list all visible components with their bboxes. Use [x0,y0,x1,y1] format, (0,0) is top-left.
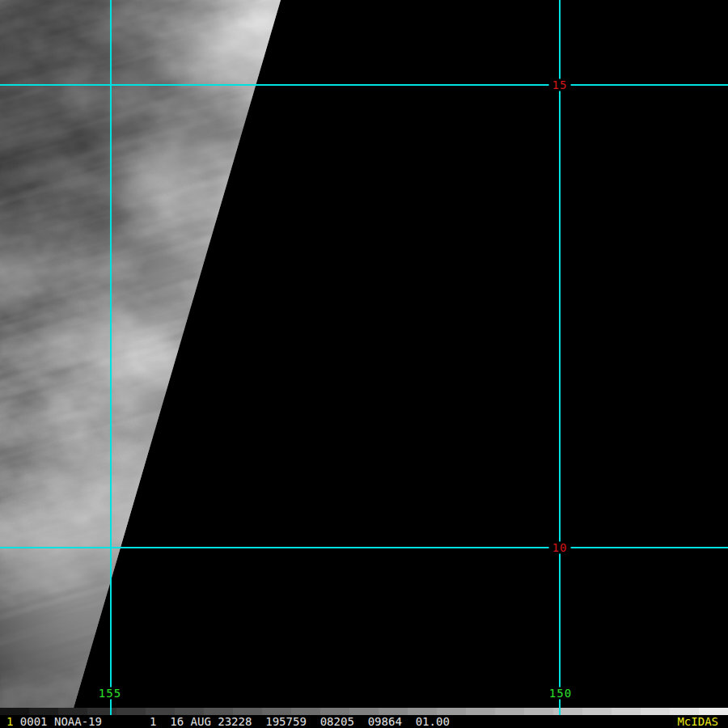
frame-number: 1 [6,715,13,728]
grayscale-colorbar [0,708,728,715]
mcidas-display-window: 15 10 155 150 1 0001 NOAA-19 1 16 AUG 23… [0,0,728,728]
longitude-gridline-150 [559,0,561,715]
status-bar: 1 0001 NOAA-19 1 16 AUG 23228 195759 082… [0,715,728,728]
latitude-label-10: 10 [549,542,571,554]
satellite-image-canvas[interactable] [0,0,728,708]
longitude-label-155: 155 [95,688,125,700]
satellite-cloud-imagery [0,0,728,708]
image-info-text: 0001 NOAA-19 1 16 AUG 23228 195759 08205… [20,715,450,728]
longitude-gridline-155 [110,0,112,715]
latitude-gridline-10 [0,547,728,548]
latitude-gridline-15 [0,84,728,86]
latitude-label-15: 15 [549,79,571,91]
longitude-label-150: 150 [546,688,575,700]
mcidas-brand-label: McIDAS [677,715,718,728]
